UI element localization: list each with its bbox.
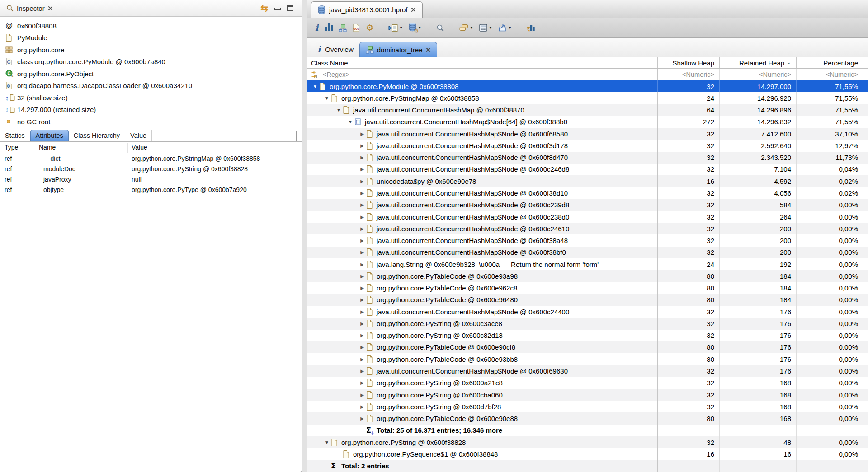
tree-row[interactable]: ▶java.util.concurrent.ConcurrentHashMap$…	[307, 223, 868, 234]
tree-row[interactable]: ▶org.python.core.PyTableCode @ 0x600e964…	[307, 294, 868, 306]
expand-arrow-icon[interactable]: ▶	[358, 333, 366, 338]
expand-arrow-icon[interactable]: ▶	[358, 393, 366, 397]
view-tab-overview[interactable]: iOverview	[310, 42, 359, 57]
expand-arrow-icon[interactable]: ▶	[358, 250, 366, 255]
tree-row[interactable]: ▼org.python.core.PyModule @ 0x600f388083…	[307, 80, 868, 92]
expand-arrow-icon[interactable]: ▶	[358, 380, 366, 385]
expand-arrow-icon[interactable]: ▶	[358, 202, 366, 207]
tab-value[interactable]: Value	[125, 130, 152, 141]
export-button[interactable]: ▼	[497, 23, 513, 33]
expand-arrow-icon[interactable]: ▶	[358, 262, 366, 267]
tree-row[interactable]: ▶java.util.concurrent.ConcurrentHashMap$…	[307, 365, 868, 377]
column-header-retained-heap[interactable]: Retained Heap⌄	[720, 57, 797, 68]
expand-arrow-icon[interactable]: ▶	[358, 143, 366, 148]
tab-class-hierarchy[interactable]: Class Hierarchy	[69, 130, 125, 141]
column-header-percentage[interactable]: Percentage	[797, 57, 863, 68]
collapse-arrow-icon[interactable]: ▼	[311, 84, 319, 89]
attribute-row[interactable]: ref__dict__org.python.core.PyStringMap @…	[0, 153, 302, 164]
expand-arrow-icon[interactable]: ▶	[358, 309, 366, 314]
expand-arrow-icon[interactable]: ▶	[358, 369, 366, 374]
expand-arrow-icon[interactable]: ▶	[358, 416, 366, 421]
dropdown-arrow-icon[interactable]: ▼	[470, 26, 473, 30]
view-tab-dominator_tree[interactable]: dominator_tree	[359, 42, 437, 57]
search-button[interactable]	[435, 23, 445, 33]
expand-arrow-icon[interactable]: ▶	[358, 226, 366, 231]
expand-arrow-icon[interactable]: ▶	[358, 179, 366, 184]
tree-row[interactable]: ▶unicodedata$py @ 0x600e90e78164.5920,02…	[307, 175, 868, 187]
column-header-type[interactable]: Type	[0, 143, 35, 153]
column-header-shallow-heap[interactable]: Shallow Heap	[658, 57, 720, 68]
expand-arrow-icon[interactable]: ▶	[358, 215, 366, 220]
tree-row[interactable]: ▶java.util.concurrent.ConcurrentHashMap$…	[307, 140, 868, 151]
tree-row[interactable]: ▶org.python.core.PyString @ 0x600cba0603…	[307, 389, 868, 401]
group-button[interactable]: ▼	[458, 23, 474, 33]
tree-row[interactable]: ▶java.util.concurrent.ConcurrentHashMap$…	[307, 152, 868, 164]
tree-row[interactable]: ▶org.python.core.PyString @ 0x600c3ace83…	[307, 318, 868, 329]
close-icon[interactable]	[411, 7, 416, 12]
tree-row[interactable]: ▶java.lang.String @ 0x600e9b328 \u000a R…	[307, 258, 868, 270]
expand-arrow-icon[interactable]: ▶	[358, 321, 366, 326]
tree-row[interactable]: ▶java.util.concurrent.ConcurrentHashMap$…	[307, 199, 868, 211]
collapse-arrow-icon[interactable]: ▼	[323, 96, 331, 101]
gear-button[interactable]: ⚙	[365, 23, 374, 33]
dropdown-arrow-icon[interactable]: ▼	[399, 26, 403, 30]
column-header-class-name[interactable]: Class Name	[307, 57, 658, 68]
column-header-value[interactable]: Value	[128, 143, 302, 153]
maximize-button[interactable]	[287, 5, 293, 11]
expand-arrow-icon[interactable]: ▶	[358, 297, 366, 302]
tree-row[interactable]: ▶java.util.concurrent.ConcurrentHashMap$…	[307, 247, 868, 258]
tree-row[interactable]: ▼[]java.util.concurrent.ConcurrentHashMa…	[307, 116, 868, 128]
tree-row[interactable]: ▼org.python.core.PyStringMap @ 0x600f388…	[307, 92, 868, 104]
expert-list-button[interactable]: ▼	[387, 23, 404, 33]
tree-row[interactable]: ▶java.util.concurrent.ConcurrentHashMap$…	[307, 187, 868, 199]
tree-row[interactable]: ▼java.util.concurrent.ConcurrentHashMap …	[307, 104, 868, 116]
expand-arrow-icon[interactable]: ▶	[358, 357, 366, 362]
minimize-button[interactable]	[274, 8, 281, 10]
expand-arrow-icon[interactable]: ▶	[358, 285, 366, 290]
calculator-button[interactable]: ▼	[478, 23, 493, 33]
dropdown-arrow-icon[interactable]: ▼	[489, 26, 492, 30]
tree-row[interactable]: ▶org.python.core.PyString @ 0x600c82d183…	[307, 330, 868, 341]
tree-row[interactable]: ▶org.python.core.PyTableCode @ 0x600e962…	[307, 282, 868, 294]
oql-button[interactable]: OQL	[352, 23, 361, 33]
close-icon[interactable]	[426, 47, 431, 52]
numeric-filter-shallow[interactable]: <Numeric>	[658, 69, 720, 80]
numeric-filter-percentage[interactable]: <Numeric>	[797, 69, 863, 80]
tree-total-row[interactable]: ΣTotal: 2 entries	[307, 460, 868, 472]
expand-arrow-icon[interactable]: ▶	[358, 345, 366, 350]
close-icon[interactable]	[48, 6, 53, 11]
expand-arrow-icon[interactable]: ▶	[358, 131, 366, 136]
column-header-name[interactable]: Name	[35, 143, 128, 153]
tree-row[interactable]: ▶java.util.concurrent.ConcurrentHashMap$…	[307, 211, 868, 223]
tab-statics[interactable]: Statics	[0, 130, 30, 141]
tree-row[interactable]: ▶org.python.core.PyTableCode @ 0x600e90e…	[307, 412, 868, 424]
tree-row[interactable]: ▶org.python.core.PyString @ 0x6009a21c83…	[307, 377, 868, 389]
expand-arrow-icon[interactable]: ▶	[358, 404, 366, 409]
expand-arrow-icon[interactable]: ▶	[358, 167, 366, 172]
attribute-row[interactable]: refobjtypeorg.python.core.PyType @ 0x600…	[0, 184, 302, 195]
histogram-button[interactable]	[325, 23, 334, 33]
tree-row[interactable]: ▶org.python.core.PyTableCode @ 0x600e93a…	[307, 270, 868, 282]
expand-arrow-icon[interactable]: ▶	[358, 155, 366, 160]
tree-row[interactable]: ▶java.util.concurrent.ConcurrentHashMap$…	[307, 164, 868, 175]
expand-arrow-icon[interactable]: ▶	[358, 238, 366, 243]
collapse-arrow-icon[interactable]: ▼	[346, 119, 354, 124]
inspector-tab[interactable]: Inspector	[5, 5, 55, 12]
tree-row[interactable]: ▶org.python.core.PyTableCode @ 0x600e93b…	[307, 353, 868, 365]
collapse-arrow-icon[interactable]: ▼	[335, 107, 343, 112]
tree-total-row[interactable]: Σ+Total: 25 of 16.371 entries; 16.346 mo…	[307, 425, 868, 436]
regex-filter-cell[interactable]: <Regex>	[307, 69, 658, 80]
expand-arrow-icon[interactable]: ▶	[358, 274, 366, 279]
attribute-row[interactable]: refjavaProxynull	[0, 174, 302, 184]
collapse-arrow-icon[interactable]: ▼	[323, 440, 331, 445]
sync-snapshot-icon[interactable]: ⇆	[260, 4, 268, 13]
tree-row[interactable]: ▶org.python.core.PyString @ 0x600d7bf283…	[307, 401, 868, 412]
expand-arrow-icon[interactable]: ▶	[358, 191, 366, 196]
tree-row[interactable]: ▶java.util.concurrent.ConcurrentHashMap$…	[307, 234, 868, 246]
minimize-section-button[interactable]	[292, 133, 292, 141]
tab-attributes[interactable]: Attributes	[30, 130, 69, 141]
tree-row[interactable]: ▶java.util.concurrent.ConcurrentHashMap$…	[307, 128, 868, 140]
heapdump-gear-button[interactable]: ⚙▼	[408, 22, 422, 34]
dominator-tree-button[interactable]	[338, 23, 348, 33]
tree-row[interactable]: ▼org.python.core.PyString @ 0x600f388283…	[307, 436, 868, 448]
